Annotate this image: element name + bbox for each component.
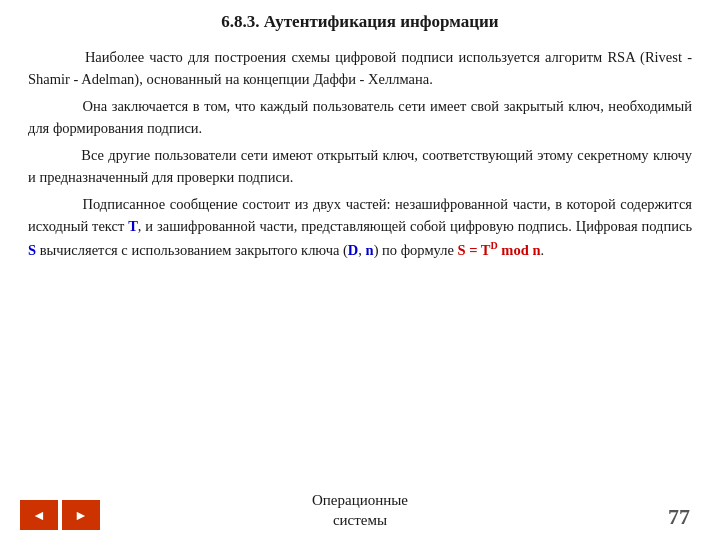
inline-D: D bbox=[348, 242, 358, 258]
prev-button[interactable]: ◄ bbox=[20, 500, 58, 530]
paragraph-1: Наиболее часто для построения схемы цифр… bbox=[28, 46, 692, 91]
formula: S = TD mod n bbox=[458, 242, 541, 258]
page-title: 6.8.3. Аутентификация информации bbox=[0, 0, 720, 40]
paragraph-2: Она заключается в том, что каждый пользо… bbox=[28, 95, 692, 140]
inline-n1: n bbox=[366, 242, 374, 258]
next-button[interactable]: ► bbox=[62, 500, 100, 530]
inline-S1: S bbox=[28, 242, 36, 258]
page-number: 77 bbox=[668, 504, 690, 530]
footer: ◄ ► Операционныесистемы 77 bbox=[0, 483, 720, 540]
nav-buttons: ◄ ► bbox=[20, 500, 100, 530]
paragraph-3: Все другие пользователи сети имеют откры… bbox=[28, 144, 692, 189]
paragraph-4: Подписанное сообщение состоит из двух ча… bbox=[28, 193, 692, 261]
inline-T: T bbox=[128, 218, 138, 234]
content-area: Наиболее часто для построения схемы цифр… bbox=[0, 40, 720, 483]
footer-center-text: Операционныесистемы bbox=[312, 491, 408, 530]
page-container: 6.8.3. Аутентификация информации Наиболе… bbox=[0, 0, 720, 540]
